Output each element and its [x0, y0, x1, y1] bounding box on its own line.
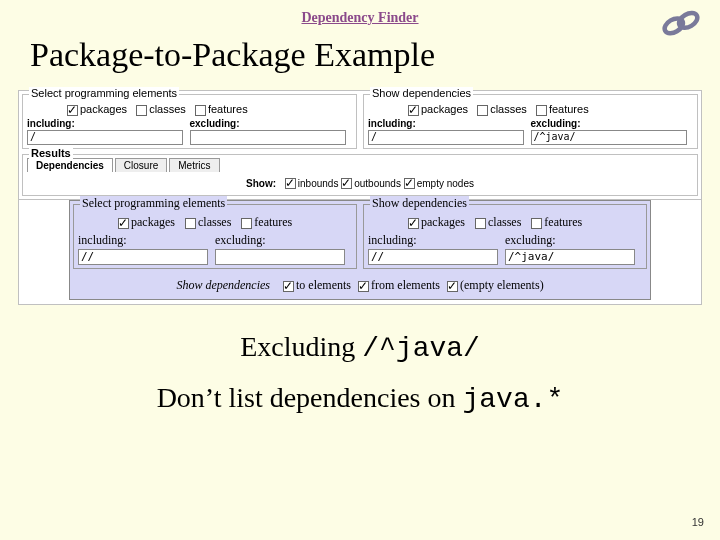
- excluding-label: excluding:: [215, 233, 352, 248]
- callout-dont-list: Don’t list dependencies on java.*: [0, 382, 720, 415]
- tab-metrics[interactable]: Metrics: [169, 158, 219, 172]
- inbounds-checkbox[interactable]: inbounds: [285, 178, 339, 189]
- show-dependencies-legend: Show dependencies: [370, 87, 473, 99]
- app-title: Dependency Finder: [301, 10, 418, 26]
- to-element-checkbox[interactable]: to elements: [283, 278, 351, 292]
- show-dependencies-label: Show dependencies: [176, 278, 270, 292]
- results-fieldset: Results Dependencies Closure Metrics Sho…: [22, 154, 698, 197]
- filter-panel-bottom-wrap: Select programming elements packages cla…: [18, 200, 702, 305]
- tab-closure[interactable]: Closure: [115, 158, 167, 172]
- excluding-label: excluding:: [505, 233, 642, 248]
- packages-checkbox[interactable]: packages: [67, 103, 127, 115]
- including-input[interactable]: //: [78, 249, 208, 265]
- packages-checkbox[interactable]: packages: [118, 215, 175, 229]
- features-checkbox[interactable]: features: [536, 103, 589, 115]
- including-label: including:: [27, 118, 190, 129]
- select-elements-fieldset: Select programming elements packages cla…: [73, 204, 357, 269]
- features-checkbox[interactable]: features: [531, 215, 582, 229]
- filter-panel-bottom: Select programming elements packages cla…: [69, 200, 651, 300]
- excluding-input[interactable]: [215, 249, 345, 265]
- including-label: including:: [78, 233, 215, 248]
- show-dependencies-legend: Show dependencies: [370, 196, 469, 211]
- slide-title: Package-to-Package Example: [0, 32, 720, 84]
- classes-checkbox[interactable]: classes: [185, 215, 231, 229]
- excluding-input[interactable]: /^java/: [531, 130, 687, 145]
- including-input[interactable]: /: [27, 130, 183, 145]
- tab-dependencies[interactable]: Dependencies: [27, 158, 113, 172]
- callout-excluding: Excluding /^java/: [0, 331, 720, 364]
- including-input[interactable]: /: [368, 130, 524, 145]
- classes-checkbox[interactable]: classes: [477, 103, 527, 115]
- results-legend: Results: [29, 147, 73, 159]
- classes-checkbox[interactable]: classes: [136, 103, 186, 115]
- show-label: Show:: [246, 178, 276, 189]
- filter-panel-top: Select programming elements packages cla…: [18, 90, 702, 200]
- excluding-input[interactable]: [190, 130, 346, 145]
- features-checkbox[interactable]: features: [241, 215, 292, 229]
- outbounds-checkbox[interactable]: outbounds: [341, 178, 401, 189]
- svg-point-1: [676, 10, 699, 31]
- select-elements-legend: Select programming elements: [80, 196, 227, 211]
- select-elements-legend: Select programming elements: [29, 87, 179, 99]
- including-input[interactable]: //: [368, 249, 498, 265]
- classes-checkbox[interactable]: classes: [475, 215, 521, 229]
- packages-checkbox[interactable]: packages: [408, 103, 468, 115]
- including-label: including:: [368, 118, 531, 129]
- features-checkbox[interactable]: features: [195, 103, 248, 115]
- empty-nodes-checkbox[interactable]: empty nodes: [404, 178, 474, 189]
- packages-checkbox[interactable]: packages: [408, 215, 465, 229]
- show-dependencies-fieldset: Show dependencies packages classes featu…: [363, 94, 698, 149]
- excluding-input[interactable]: /^java/: [505, 249, 635, 265]
- excluding-label: excluding:: [190, 118, 353, 129]
- including-label: including:: [368, 233, 505, 248]
- empty-elements-checkbox[interactable]: (empty elements): [447, 278, 544, 292]
- show-dependencies-fieldset: Show dependencies packages classes featu…: [363, 204, 647, 269]
- excluding-label: excluding:: [531, 118, 694, 129]
- chain-logo-icon: [654, 4, 708, 44]
- page-number: 19: [692, 516, 704, 528]
- select-elements-fieldset: Select programming elements packages cla…: [22, 94, 357, 149]
- from-element-checkbox[interactable]: from elements: [358, 278, 440, 292]
